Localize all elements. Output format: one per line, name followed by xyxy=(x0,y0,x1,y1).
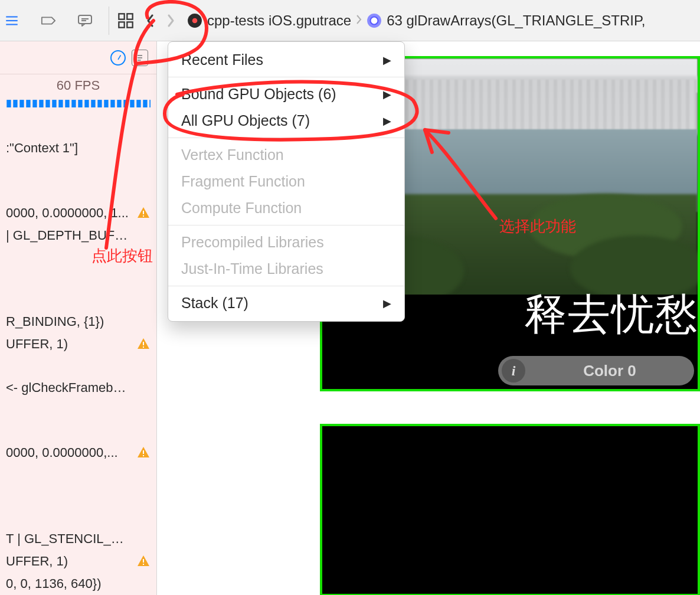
menu-fragment-function: Fragment Function▶ xyxy=(168,168,404,195)
video-overlay-text: 释去忧愁 xyxy=(524,286,699,343)
timeline-tab-icon[interactable] xyxy=(110,50,126,66)
call-row[interactable]: R_BINDING, {1}) xyxy=(0,310,156,333)
svg-rect-20 xyxy=(143,215,144,217)
menu-stack[interactable]: Stack (17)▶ xyxy=(168,290,404,316)
svg-rect-21 xyxy=(143,342,144,345)
svg-rect-6 xyxy=(119,14,124,19)
svg-rect-25 xyxy=(143,559,144,563)
svg-rect-7 xyxy=(127,14,132,19)
svg-rect-9 xyxy=(127,22,132,27)
info-icon[interactable]: i xyxy=(502,359,525,382)
svg-rect-19 xyxy=(143,211,144,214)
menu-separator xyxy=(168,77,404,77)
content-area: 释去忧愁 i Color 0 Recent Files▶ Bound GPU O… xyxy=(157,41,700,595)
breadcrumb-separator xyxy=(356,12,362,29)
chat-icon[interactable] xyxy=(77,14,93,27)
toolbar-left-icons xyxy=(0,14,93,27)
warning-icon xyxy=(136,206,151,220)
draw-call-icon xyxy=(367,13,382,28)
related-items-menu[interactable]: Recent Files▶ Bound GPU Objects (6)▶ All… xyxy=(168,41,405,322)
breadcrumb[interactable]: cpp-tests iOS.gputrace 63 glDrawArrays(G… xyxy=(187,12,646,29)
tag-icon[interactable] xyxy=(40,14,57,27)
menu-compute-function: Compute Function▶ xyxy=(168,195,404,221)
warning-icon xyxy=(136,337,151,351)
menu-precompiled-libraries: Precompiled Libraries▶ xyxy=(168,229,404,256)
list-icon[interactable] xyxy=(4,14,20,27)
svg-point-11 xyxy=(192,18,198,23)
call-list[interactable]: :"Context 1"] 0000, 0.0000000, 1... | GL… xyxy=(0,113,156,595)
nav-forward-button[interactable] xyxy=(166,12,176,29)
call-row[interactable]: T | GL_STENCIL_BUFF... xyxy=(0,528,156,550)
call-row[interactable]: <- glCheckFramebuf... xyxy=(0,377,156,399)
nav-group xyxy=(117,12,176,29)
warning-icon xyxy=(136,446,151,460)
timeline-progress: ▮▮▮▮▮▮▮▮▮▮▮▮▮▮▮▮▮▮▮▮▮▮▮▮▮▮▮▮▮ xyxy=(6,97,151,107)
fps-label: 60 FPS xyxy=(0,74,156,96)
svg-rect-8 xyxy=(119,22,124,27)
nav-back-button[interactable] xyxy=(145,12,155,29)
svg-rect-26 xyxy=(143,564,144,565)
menu-separator xyxy=(168,286,404,286)
svg-rect-23 xyxy=(143,450,144,454)
attachment-secondary-thumbnail[interactable] xyxy=(320,424,700,595)
call-row[interactable]: UFFER, 1) xyxy=(0,550,156,573)
call-row[interactable]: 0000, 0.0000000,... xyxy=(0,442,156,464)
related-items-button[interactable] xyxy=(117,12,134,29)
call-row[interactable]: 0000, 0.0000000, 1... xyxy=(0,202,156,224)
left-panel-tabs xyxy=(0,41,156,74)
call-row[interactable]: | GL_DEPTH_BUFFER... xyxy=(0,224,156,247)
top-toolbar: cpp-tests iOS.gputrace 63 glDrawArrays(G… xyxy=(0,0,700,41)
menu-recent-files[interactable]: Recent Files▶ xyxy=(168,47,404,73)
left-panel: 60 FPS ▮▮▮▮▮▮▮▮▮▮▮▮▮▮▮▮▮▮▮▮▮▮▮▮▮▮▮▮▮ :"C… xyxy=(0,41,157,595)
breadcrumb-file[interactable]: cpp-tests iOS.gputrace xyxy=(207,12,351,29)
menu-all-gpu-objects[interactable]: All GPU Objects (7)▶ xyxy=(168,107,404,134)
call-row[interactable]: UFFER, 1) xyxy=(0,333,156,355)
call-row[interactable]: :"Context 1"] xyxy=(0,137,156,159)
menu-jit-libraries: Just-In-Time Libraries▶ xyxy=(168,256,404,282)
svg-rect-22 xyxy=(143,346,144,348)
toolbar-divider xyxy=(109,6,109,35)
attachment-label-pill[interactable]: i Color 0 xyxy=(498,356,694,385)
menu-vertex-function: Vertex Function▶ xyxy=(168,142,404,168)
menu-separator xyxy=(168,225,404,225)
gputrace-file-icon xyxy=(187,13,202,28)
detail-tab-icon[interactable] xyxy=(132,50,148,66)
menu-bound-gpu-objects[interactable]: Bound GPU Objects (6)▶ xyxy=(168,81,404,107)
menu-separator xyxy=(168,138,404,138)
svg-rect-24 xyxy=(143,455,144,456)
breadcrumb-call[interactable]: 63 glDrawArrays(GL_TRIANGLE_STRIP, xyxy=(387,12,645,29)
attachment-label: Color 0 xyxy=(525,362,694,380)
svg-line-15 xyxy=(118,55,121,60)
warning-icon xyxy=(136,554,151,568)
call-row[interactable]: 0, 0, 1136, 640}) xyxy=(0,573,156,595)
